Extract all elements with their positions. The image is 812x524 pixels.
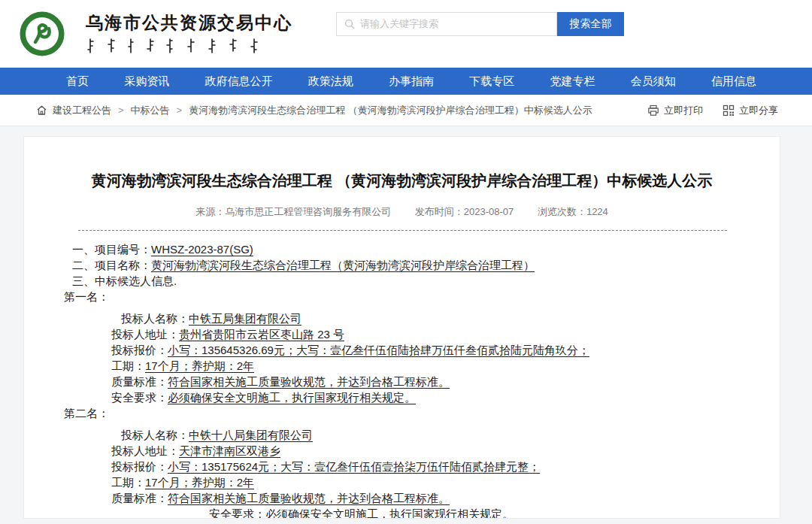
candidate-1-bidder-address: 投标人地址：贵州省贵阳市云岩区枣山路 23 号: [111, 326, 780, 342]
nav-item-policies[interactable]: 政策法规: [308, 74, 353, 89]
article-title: 黄河海勃湾滨河段生态综合治理工程 （黄河海勃湾滨河段护岸综合治理工程）中标候选人…: [24, 137, 780, 191]
search-placeholder: 请输入关键字搜索: [360, 17, 438, 31]
qr-share-icon: [723, 104, 735, 117]
meta-date-label: 发布时间：: [415, 206, 464, 217]
field-value: 中铁十八局集团有限公司: [189, 429, 313, 441]
candidate-1-bid-price: 投标报价：小写：135645326.69元；大写：壹亿叁仟伍佰陆拾肆万伍仟叁佰贰…: [111, 342, 780, 358]
candidate-1-safety-requirement: 安全要求：必须确保安全文明施工，执行国家现行相关规定。: [111, 389, 780, 405]
mongolian-script-text: [86, 38, 265, 54]
search-icon: [344, 19, 355, 29]
candidate-2-quality-standard: 质量标准：符合国家相关施工质量验收规范，并达到合格工程标准。: [111, 490, 780, 506]
breadcrumb-current-page: 黄河海勃湾滨河段生态综合治理工程 （黄河海勃湾滨河段护岸综合治理工程）中标候选人…: [189, 104, 592, 117]
search-input[interactable]: 请输入关键字搜索: [336, 12, 557, 36]
candidate-2-bid-price: 投标报价：小写：135175624元；大写：壹亿叁仟伍佰壹拾柒万伍仟陆佰贰拾肆元…: [111, 459, 780, 474]
brand-block: 乌海市公共资源交易中心: [86, 11, 292, 57]
field-value: 小写：135175624元；大写：壹亿叁仟伍佰壹拾柒万伍仟陆佰贰拾肆元整；: [168, 460, 540, 473]
field-label: 投标人地址：: [111, 328, 179, 341]
meta-views: 浏览次数：1224: [538, 206, 608, 217]
breadcrumb-separator: >: [118, 104, 124, 116]
field-label: 投标人名称：: [121, 429, 189, 441]
field-label: 工期：: [111, 359, 145, 372]
print-icon: [647, 104, 659, 117]
site-logo-icon[interactable]: [19, 11, 65, 57]
meta-source: 来源：乌海市思正工程管理咨询服务有限公司: [195, 206, 391, 217]
field-value: 贵州省贵阳市云岩区枣山路 23 号: [179, 328, 344, 341]
field-label: 质量标准：: [111, 375, 168, 388]
site-header: 乌海市公共资源交易中心 请输入关键字搜索 搜索全部: [0, 0, 812, 68]
field-value: 天津市津南区双港乡: [179, 444, 280, 457]
candidate-1-rank: 第一名：: [64, 289, 780, 304]
share-label: 立即分享: [739, 104, 778, 117]
field-label: 投标报价：: [111, 460, 168, 473]
article-card: 黄河海勃湾滨河段生态综合治理工程 （黄河海勃湾滨河段护岸综合治理工程）中标候选人…: [23, 136, 780, 519]
candidates-heading-label: 三、中标候选人信息.: [72, 274, 177, 287]
field-label: 安全要求：: [111, 391, 168, 404]
candidate-1-bidder-name: 投标人名称：中铁五局集团有限公司: [121, 310, 780, 326]
nav-item-gov-info[interactable]: 政府信息公开: [205, 74, 273, 89]
breadcrumb-bar: 建设工程公告 > 中标公告 > 黄河海勃湾滨河段生态综合治理工程 （黄河海勃湾滨…: [0, 95, 812, 126]
field-value: 符合国家相关施工质量验收规范，并达到合格工程标准。: [168, 492, 450, 504]
candidate-2-bidder-address: 投标人地址：天津市津南区双港乡: [111, 443, 780, 459]
nav-item-credit-info[interactable]: 信用信息: [711, 74, 756, 89]
field-value: 17个月；养护期：2年: [145, 476, 254, 489]
candidate-1-duration: 工期：17个月；养护期：2年: [111, 358, 780, 374]
candidate-1-quality-standard: 质量标准：符合国家相关施工质量验收规范，并达到合格工程标准。: [111, 374, 780, 389]
article-body: 一、项目编号：WHSZ-2023-87(SG) 二、项目名称：黄河海勃湾滨河段生…: [24, 241, 780, 519]
field-value: 必须确保安全文明施工，执行国家现行相关规定。: [168, 391, 416, 404]
meta-source-value: 乌海市思正工程管理咨询服务有限公司: [225, 206, 391, 217]
project-number-line: 一、项目编号：WHSZ-2023-87(SG): [72, 241, 780, 257]
meta-date-value: 2023-08-07: [464, 206, 514, 217]
project-name-label: 二、项目名称：: [72, 259, 151, 271]
field-value: 中铁五局集团有限公司: [189, 312, 301, 325]
field-label: 投标人名称：: [121, 312, 189, 325]
breadcrumb-item-construction-notices[interactable]: 建设工程公告: [53, 104, 111, 117]
breadcrumb-item-award-notices[interactable]: 中标公告: [131, 104, 170, 117]
field-value: 必须确保安全文明施工，执行国家现行相关规定。: [265, 507, 514, 519]
candidate-2-safety-requirement: 安全要求：必须确保安全文明施工，执行国家现行相关规定。: [209, 506, 780, 519]
meta-views-label: 浏览次数：: [538, 206, 586, 217]
candidate-2-duration: 工期：17个月；养护期：2年: [111, 474, 780, 490]
share-button[interactable]: 立即分享: [723, 104, 778, 117]
project-name-line: 二、项目名称：黄河海勃湾滨河段生态综合治理工程（黄河海勃湾滨河段护岸综合治理工程…: [72, 257, 780, 273]
breadcrumb: 建设工程公告 > 中标公告 > 黄河海勃湾滨河段生态综合治理工程 （黄河海勃湾滨…: [36, 104, 592, 117]
project-number-label: 一、项目编号：: [72, 243, 151, 256]
main-nav: 首页 采购资讯 政府信息公开 政策法规 办事指南 下载专区 党建专栏 会员须知 …: [0, 68, 812, 95]
page-actions: 立即打印 立即分享: [647, 104, 778, 117]
nav-item-service-guide[interactable]: 办事指南: [389, 74, 434, 89]
field-value: 符合国家相关施工质量验收规范，并达到合格工程标准。: [168, 375, 450, 388]
field-value: 小写：135645326.69元；大写：壹亿叁仟伍佰陆拾肆万伍仟叁佰贰拾陆元陆角…: [168, 344, 589, 356]
field-label: 投标报价：: [111, 344, 168, 356]
article-meta: 来源：乌海市思正工程管理咨询服务有限公司 发布时间：2023-08-07 浏览次…: [24, 205, 780, 219]
candidate-2-rank: 第二名：: [64, 405, 780, 421]
home-icon: [36, 104, 47, 116]
nav-item-downloads[interactable]: 下载专区: [469, 74, 514, 89]
search-all-button[interactable]: 搜索全部: [557, 12, 624, 36]
meta-date: 发布时间：2023-08-07: [415, 206, 514, 217]
nav-item-home[interactable]: 首页: [66, 74, 89, 89]
field-label: 投标人地址：: [111, 444, 179, 457]
project-name-value: 黄河海勃湾滨河段生态综合治理工程（黄河海勃湾滨河段护岸综合治理工程）: [151, 259, 535, 271]
print-label: 立即打印: [664, 104, 703, 117]
print-button[interactable]: 立即打印: [647, 104, 703, 117]
dashed-separator: [78, 230, 727, 231]
site-title: 乌海市公共资源交易中心: [86, 11, 292, 35]
nav-item-member-notice[interactable]: 会员须知: [631, 74, 676, 89]
field-label: 工期：: [111, 476, 145, 489]
meta-views-value: 1224: [586, 206, 608, 217]
breadcrumb-separator: >: [177, 104, 183, 116]
field-value: 17个月；养护期：2年: [145, 359, 254, 372]
project-number-value: WHSZ-2023-87(SG): [151, 243, 253, 256]
meta-source-label: 来源：: [195, 206, 225, 217]
field-label: 质量标准：: [111, 492, 168, 504]
nav-item-party-building[interactable]: 党建专栏: [550, 74, 595, 89]
field-label: 安全要求：: [209, 507, 265, 519]
nav-item-procurement-news[interactable]: 采购资讯: [124, 74, 169, 89]
candidate-2-bidder-name: 投标人名称：中铁十八局集团有限公司: [121, 427, 780, 443]
search-bar: 请输入关键字搜索 搜索全部: [336, 12, 624, 36]
candidates-section-heading: 三、中标候选人信息.: [72, 273, 780, 289]
